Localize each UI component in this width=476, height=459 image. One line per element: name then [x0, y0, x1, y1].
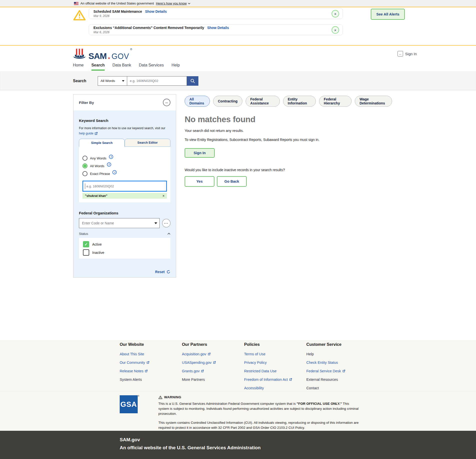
- tab-search-editor[interactable]: Search Editor: [125, 139, 170, 147]
- nav-item-home[interactable]: Home: [73, 62, 84, 71]
- sign-in-arrow-icon: ←: [398, 51, 403, 56]
- nav-item-data-services[interactable]: Data Services: [139, 62, 164, 71]
- gov-banner: An official website of the United States…: [0, 0, 476, 7]
- footer-link-restricted-data-use[interactable]: Restricted Data Use: [244, 367, 306, 375]
- footer-link-foia[interactable]: Freedom of Information Act: [244, 375, 306, 384]
- footer-tagline: An official website of the U.S. General …: [120, 445, 476, 451]
- nav-item-help[interactable]: Help: [171, 62, 180, 71]
- yes-button[interactable]: Yes: [185, 176, 214, 187]
- search-mode-select[interactable]: All Words: [98, 76, 127, 86]
- sign-in-note: To view Entity Registrations, Subcontrac…: [185, 137, 328, 142]
- brand-sam: SAM: [88, 52, 107, 60]
- radio-label-any-words: Any Words: [90, 156, 106, 160]
- search-strip: Search All Words: [0, 71, 476, 90]
- domain-pill-federal-hierarchy[interactable]: Federal Hierarchy: [319, 96, 352, 107]
- info-icon[interactable]: i: [107, 162, 111, 167]
- close-icon[interactable]: ×: [332, 10, 339, 17]
- alert-item: Scheduled SAM Maintenance Show Details M…: [89, 8, 343, 19]
- close-icon[interactable]: ×: [332, 26, 339, 34]
- domain-pills: All Domains Contracting Federal Assistan…: [185, 96, 392, 107]
- footer-link-release-notes[interactable]: Release Notes: [120, 367, 182, 375]
- footer-link-more-partners[interactable]: More Partners: [182, 375, 244, 384]
- footer-link-terms-of-use[interactable]: Terms of Use: [244, 350, 306, 358]
- footer-link-accessibility[interactable]: Accessibility: [244, 384, 306, 392]
- domain-pill-wage-determinations[interactable]: Wage Determinations: [355, 96, 392, 107]
- warning-block: WARNING This is a U.S. General Services …: [158, 395, 361, 431]
- how-you-know-link[interactable]: Here’s how you know: [156, 1, 190, 5]
- star-icon: ★: [108, 56, 111, 60]
- domain-pill-all-domains[interactable]: All Domains: [185, 96, 210, 107]
- go-back-button[interactable]: Go Back: [217, 176, 247, 187]
- sign-in-button[interactable]: Sign In: [185, 148, 215, 158]
- footer-link-about-this-site[interactable]: About This Site: [120, 350, 182, 358]
- main-nav: Home Search Data Bank Data Services Help: [0, 62, 476, 71]
- see-all-alerts-button[interactable]: See All Alerts: [371, 9, 405, 20]
- search-button[interactable]: [187, 76, 198, 86]
- footer-link-federal-service-desk[interactable]: Federal Service Desk: [306, 367, 369, 375]
- checkbox-label-active: Active: [92, 242, 102, 246]
- federal-orgs-input[interactable]: [79, 218, 160, 228]
- help-guide-link[interactable]: help guide: [79, 132, 98, 135]
- reset-filters-link[interactable]: Reset: [155, 270, 170, 274]
- info-icon[interactable]: i: [112, 170, 117, 174]
- domain-pill-federal-assistance[interactable]: Federal Assistance: [246, 96, 280, 107]
- footer-col-our-website: Our Website About This Site Our Communit…: [120, 342, 182, 391]
- domain-pill-contracting[interactable]: Contracting: [213, 96, 242, 107]
- chip-remove-icon[interactable]: ×: [162, 194, 164, 197]
- nav-item-search[interactable]: Search: [91, 62, 105, 71]
- more-options-icon[interactable]: ···: [162, 219, 170, 227]
- keyword-info-text: For more information on how to use our k…: [79, 126, 170, 131]
- radio-any-words[interactable]: [82, 156, 87, 161]
- external-link-icon: [208, 353, 211, 356]
- checkbox-inactive[interactable]: [83, 249, 89, 256]
- status-section-toggle[interactable]: Status: [79, 232, 170, 236]
- federal-orgs-heading: Federal Organizations: [79, 211, 170, 215]
- status-options: ✓ Active Inactive: [79, 238, 170, 259]
- tab-simple-search[interactable]: Simple Search: [79, 139, 125, 147]
- reset-icon: [166, 270, 170, 274]
- collapse-minus-icon[interactable]: –: [163, 99, 170, 106]
- radio-exact-phrase[interactable]: [82, 171, 87, 176]
- nav-item-data-bank[interactable]: Data Bank: [112, 62, 131, 71]
- chevron-up-icon: [167, 233, 170, 235]
- header-sign-in-link[interactable]: ← Sign In: [398, 51, 417, 56]
- search-strip-label: Search: [73, 79, 86, 83]
- footer-link-our-community[interactable]: Our Community: [120, 358, 182, 367]
- footer-link-external-resources[interactable]: External Resources: [306, 375, 369, 384]
- filter-by-title: Filter By: [79, 100, 94, 105]
- footer-heading: Customer Service: [306, 342, 369, 348]
- filter-sidebar: Filter By – Keyword Search For more info…: [73, 94, 176, 340]
- footer-link-usaspending-gov[interactable]: USASpending.gov: [182, 358, 244, 367]
- keyword-input[interactable]: [82, 181, 167, 192]
- external-link-icon: [94, 132, 98, 135]
- footer-brand: SAM.gov: [120, 437, 476, 443]
- footer-link-system-alerts[interactable]: System Alerts: [120, 375, 182, 384]
- alert-date: Mar 6, 2026: [93, 30, 330, 34]
- show-details-link[interactable]: Show Details: [207, 26, 229, 30]
- external-link-icon: [289, 378, 292, 381]
- radio-all-words[interactable]: [82, 163, 87, 168]
- filter-panel: Filter By – Keyword Search For more info…: [73, 94, 176, 278]
- warning-paragraph-2: This system contains Controlled Unclassi…: [158, 420, 361, 430]
- global-search-input[interactable]: [127, 76, 187, 86]
- footer-link-check-entity-status[interactable]: Check Entity Status: [306, 358, 369, 367]
- footer-link-contact[interactable]: Contact: [306, 384, 369, 392]
- text-caret: [85, 183, 85, 189]
- footer-link-acquisition-gov[interactable]: Acquisition.gov: [182, 350, 244, 358]
- alert-date: Mar 9, 2026: [93, 14, 330, 18]
- show-details-link[interactable]: Show Details: [145, 9, 167, 13]
- footer-link-privacy-policy[interactable]: Privacy Policy: [244, 358, 306, 367]
- registered-mark: ®: [130, 48, 132, 51]
- domain-pill-entity-information[interactable]: Entity Information: [283, 96, 316, 107]
- radio-label-all-words: All Words: [90, 164, 104, 168]
- inactive-records-question: Would you like to include inactive recor…: [185, 168, 392, 172]
- checkbox-active[interactable]: ✓: [83, 241, 89, 247]
- info-icon[interactable]: i: [109, 155, 113, 159]
- sign-in-label: Sign In: [405, 52, 417, 56]
- alert-item: Exclusions “Additional Comments” Content…: [89, 24, 343, 35]
- footer-link-grants-gov[interactable]: Grants.gov: [182, 367, 244, 375]
- samgov-logo[interactable]: SAM ★ GOV ®: [73, 48, 132, 60]
- footer-col-our-partners: Our Partners Acquisition.gov USASpending…: [182, 342, 244, 391]
- footer-link-help[interactable]: Help: [306, 350, 369, 358]
- warning-title: WARNING: [164, 395, 181, 399]
